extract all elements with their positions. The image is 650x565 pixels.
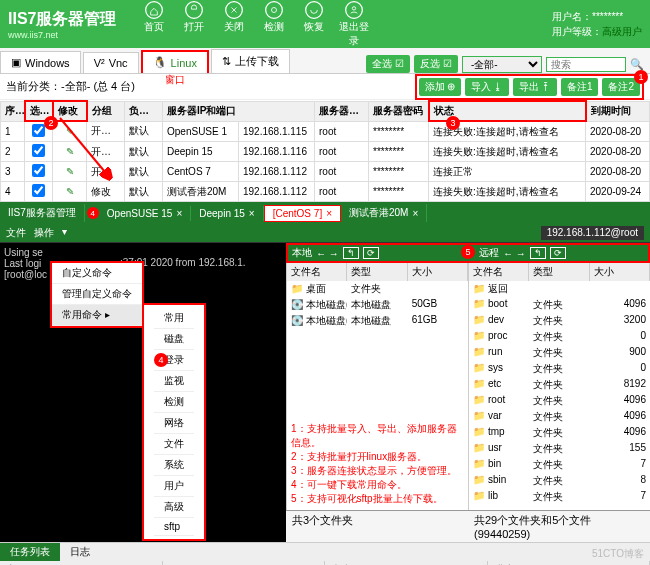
remote-file-row[interactable]: 📁sys文件夹0: [469, 361, 650, 377]
ctx-sub-item[interactable]: sftp: [154, 518, 194, 536]
file-toolbar: 本地 ← → ↰ ⟳ 5 远程 ← → ↰ ⟳: [286, 243, 650, 263]
remote-up-icon[interactable]: ↰: [530, 247, 546, 259]
server-row[interactable]: 4✎修改默认测试香港20M192.168.1.112root********连接…: [1, 182, 650, 202]
logo: IIS7服务器管理 www.iis7.net: [8, 9, 116, 40]
term-tab-1[interactable]: OpenSUSE 15 ×: [99, 206, 191, 221]
server-header-row: 序号 选择 修改 分组 负责人 服务器IP和端口 服务器账号 服务器密码 状态 …: [1, 101, 650, 121]
ctx-sub-item[interactable]: 文件: [154, 434, 194, 455]
add-button[interactable]: 添加 ⊕: [419, 78, 461, 96]
terminal-pane[interactable]: Using se Last logi [root@loc :37:01 2020…: [0, 243, 286, 542]
invert-btn[interactable]: 反选 ☑: [414, 55, 458, 73]
term-tab-mgr[interactable]: IIS7服务器管理: [0, 204, 85, 222]
nav-close[interactable]: 关闭: [218, 0, 250, 48]
logo-title: IIS7服务器管理: [8, 10, 116, 27]
task-tab-log[interactable]: 日志: [60, 543, 100, 561]
menu-file[interactable]: 文件: [6, 226, 26, 240]
logo-url: www.iis7.net: [8, 30, 116, 40]
local-file-row[interactable]: 💽本地磁盘(C:)本地磁盘50GB: [287, 297, 468, 313]
remote-refresh-icon[interactable]: ⟳: [550, 247, 566, 259]
remote-status: 共29个文件夹和5个文件(99440259): [468, 510, 650, 542]
terminal-menubar: 文件 操作 ▾ 192.168.1.112@root: [0, 224, 650, 242]
ctx-sub-item[interactable]: 用户: [154, 476, 194, 497]
nav-check[interactable]: 检测: [258, 0, 290, 48]
term-tab-2[interactable]: Deepin 15 ×: [191, 206, 263, 221]
row-check[interactable]: [32, 184, 45, 197]
context-menu: 自定义命令 管理自定义命令 常用命令 ▸ 常用磁盘登录监视检测网络文件系统用户高…: [50, 261, 144, 328]
ctx-sub-item[interactable]: 磁盘: [154, 329, 194, 350]
svg-point-7: [353, 7, 356, 10]
local-file-row[interactable]: 📁桌面文件夹: [287, 281, 468, 297]
task-header: 启停 名称 大小 进度: [0, 561, 650, 565]
os-tabbar: ▣ Windows V² Vnc 🐧 Linux ⇅ 上传下载 全选 ☑ 反选 …: [0, 48, 650, 74]
annotation-text: 1：支持批量导入、导出、添加服务器信息。 2：支持批量打开linux服务器。 3…: [287, 418, 468, 510]
terminal-tabs: IIS7服务器管理 4 OpenSUSE 15 × Deepin 15 × [C…: [0, 202, 650, 224]
tab-updown[interactable]: ⇅ 上传下载: [211, 49, 290, 73]
server-row[interactable]: 2✎开发测默认Deepin 15192.168.1.116root*******…: [1, 142, 650, 162]
import-button[interactable]: 导入 ⭳: [465, 78, 509, 96]
server-table: 序号 选择 修改 分组 负责人 服务器IP和端口 服务器账号 服务器密码 状态 …: [0, 100, 650, 202]
nav-restore[interactable]: 恢复: [298, 0, 330, 48]
remote-file-row[interactable]: 📁boot文件夹4096: [469, 297, 650, 313]
remote-file-row[interactable]: 📁var文件夹4096: [469, 409, 650, 425]
term-tab-3[interactable]: [CentOS 7] ×: [264, 205, 341, 222]
ctx-sub-item[interactable]: 网络: [154, 413, 194, 434]
local-refresh-icon[interactable]: ⟳: [363, 247, 379, 259]
ctx-sub-item[interactable]: 高级: [154, 497, 194, 518]
task-tab-list[interactable]: 任务列表: [0, 543, 60, 561]
user-box: 用户名：******** 用户等级：高级用户: [552, 9, 642, 39]
search-input[interactable]: [546, 57, 626, 72]
local-bar: 本地 ← → ↰ ⟳: [288, 245, 461, 261]
nav-home[interactable]: 首页: [138, 0, 170, 48]
server-row[interactable]: 3✎开发测默认CentOS 7192.168.1.112root********…: [1, 162, 650, 182]
remote-file-row[interactable]: 📁run文件夹900: [469, 345, 650, 361]
tab-windows[interactable]: ▣ Windows: [0, 51, 81, 73]
remote-file-row[interactable]: 📁bin文件夹7: [469, 457, 650, 473]
toolbar-buttons: 添加 ⊕ 导入 ⭳ 导出 ⭱ 备注1 备注2: [415, 74, 644, 100]
callout-5: 5: [461, 245, 475, 259]
remote-file-row[interactable]: 📁root文件夹4096: [469, 393, 650, 409]
ctx-common-cmd[interactable]: 常用命令 ▸: [52, 305, 142, 326]
remote-file-row[interactable]: 📁tmp文件夹4096: [469, 425, 650, 441]
svg-point-0: [146, 2, 163, 19]
remote-file-list: 文件名类型大小 📁返回📁boot文件夹4096📁dev文件夹3200📁proc文…: [468, 263, 650, 510]
remote-file-row[interactable]: 📁usr文件夹155: [469, 441, 650, 457]
row-check[interactable]: [32, 144, 45, 157]
ctx-sub-item[interactable]: 检测: [154, 392, 194, 413]
ctx-sub-item[interactable]: 常用: [154, 308, 194, 329]
term-tab-4[interactable]: 测试香港20M ×: [341, 204, 427, 222]
term-host: 192.168.1.112@root: [541, 226, 644, 240]
callout-4: 4: [154, 353, 168, 367]
remote-file-row[interactable]: 📁lib文件夹7: [469, 489, 650, 505]
svg-point-3: [266, 2, 283, 19]
remote-file-row[interactable]: 📁sbin文件夹8: [469, 473, 650, 489]
ctx-manage-cmd[interactable]: 管理自定义命令: [52, 284, 142, 305]
nav-open[interactable]: 打开: [178, 0, 210, 48]
note1-button[interactable]: 备注1: [561, 78, 599, 96]
select-all-btn[interactable]: 全选 ☑: [366, 55, 410, 73]
group-select[interactable]: -全部-: [462, 56, 542, 73]
callout-2: 2: [44, 116, 58, 130]
search-icon[interactable]: 🔍: [630, 58, 644, 71]
ctx-sub-item[interactable]: 监视: [154, 371, 194, 392]
menu-op[interactable]: 操作: [34, 226, 54, 240]
context-submenu: 常用磁盘登录监视检测网络文件系统用户高级sftp: [142, 303, 206, 541]
svg-point-5: [306, 2, 323, 19]
svg-point-4: [272, 8, 277, 13]
export-button[interactable]: 导出 ⭱: [513, 78, 557, 96]
remote-file-row[interactable]: 📁etc文件夹8192: [469, 377, 650, 393]
remote-back-row[interactable]: 📁返回: [469, 281, 650, 297]
local-file-list: 文件名类型大小 📁桌面文件夹💽本地磁盘(C:)本地磁盘50GB💽本地磁盘(D:)…: [286, 263, 468, 510]
ctx-custom-cmd[interactable]: 自定义命令: [52, 263, 142, 284]
server-row[interactable]: 1✎开发测默认OpenSUSE 1192.168.1.115root******…: [1, 121, 650, 142]
remote-file-row[interactable]: 📁dev文件夹3200: [469, 313, 650, 329]
remote-file-row[interactable]: 📁proc文件夹0: [469, 329, 650, 345]
row-check[interactable]: [32, 164, 45, 177]
top-bar: IIS7服务器管理 www.iis7.net 首页 打开 关闭 检测 恢复 退出…: [0, 0, 650, 48]
tab-vnc[interactable]: V² Vnc: [83, 52, 139, 73]
local-up-icon[interactable]: ↰: [343, 247, 359, 259]
nav-logout[interactable]: 退出登录: [338, 0, 370, 48]
ctx-sub-item[interactable]: 系统: [154, 455, 194, 476]
tab-linux[interactable]: 🐧 Linux: [141, 50, 209, 73]
row-check[interactable]: [32, 124, 45, 137]
local-file-row[interactable]: 💽本地磁盘(D:)本地磁盘61GB: [287, 313, 468, 329]
